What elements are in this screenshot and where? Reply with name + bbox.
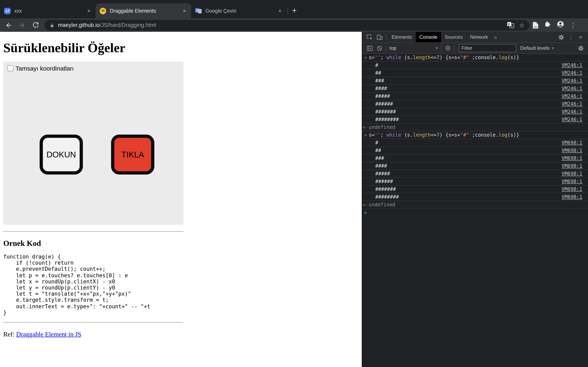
output-text: ##### xyxy=(362,171,390,176)
tab-xxx[interactable]: AP xxx × xyxy=(0,3,95,18)
forward-icon[interactable] xyxy=(17,20,27,30)
source-location-link[interactable]: VM698:1 xyxy=(562,140,582,146)
inspect-element-icon[interactable] xyxy=(365,33,374,41)
source-location-link[interactable]: VM246:1 xyxy=(562,70,582,76)
integer-coordinates-checkbox[interactable] xyxy=(7,65,13,71)
separator xyxy=(454,45,455,51)
extensions-puzzle-icon[interactable] xyxy=(544,21,551,29)
execution-context-dropdown[interactable]: top ▾ xyxy=(389,45,438,51)
result-marker-icon: <· xyxy=(362,125,369,130)
tikla-draggable-box[interactable]: TIKLA xyxy=(111,134,154,175)
ref-label: Ref: xyxy=(3,331,16,338)
web-page: Sürüklenebilir Öğeler Tamsayı koordinatl… xyxy=(0,32,362,367)
translate-page-icon[interactable]: G 文 xyxy=(506,21,515,29)
device-toolbar-icon[interactable] xyxy=(374,33,384,41)
devtools-tab-bar: Elements Console Sources Network » xyxy=(362,32,588,43)
dokun-draggable-box[interactable]: DOKUN xyxy=(40,134,83,175)
tab-close-icon[interactable]: × xyxy=(85,7,92,14)
command-text: s=''; while (s.length<=7) {s=s+"#" ;cons… xyxy=(369,55,519,60)
console-output-row: ########VM698:1 xyxy=(362,193,588,201)
tab-google-ceviri[interactable]: G 文 Google Çeviri × xyxy=(191,3,287,18)
clear-console-icon[interactable] xyxy=(374,44,384,52)
context-value: top xyxy=(389,45,396,51)
source-location-link[interactable]: VM246:1 xyxy=(562,62,582,68)
console-output-row: #VM246:1 xyxy=(362,62,588,69)
bookmark-star-icon[interactable]: ☆ xyxy=(517,21,526,29)
source-location-link[interactable]: VM698:1 xyxy=(562,171,582,176)
token-plain: (s. xyxy=(401,55,413,60)
js-favicon-icon: JS xyxy=(100,8,106,14)
source-location-link[interactable]: VM246:1 xyxy=(562,78,582,83)
divider xyxy=(3,231,183,232)
output-text: ##### xyxy=(362,93,390,99)
chrome-menu-kebab-icon[interactable]: ⋮ xyxy=(570,21,576,29)
devtools-menu-kebab-icon[interactable]: ⋮ xyxy=(566,33,576,41)
profile-avatar-icon[interactable] xyxy=(557,20,564,30)
token-plain: <= xyxy=(431,132,437,138)
reading-list-extension-icon[interactable] xyxy=(533,22,538,28)
output-text: #### xyxy=(362,163,387,169)
output-text: # xyxy=(362,62,378,68)
token-plain: s= xyxy=(369,132,375,138)
token-plain: ; xyxy=(380,55,387,60)
live-expression-eye-icon[interactable] xyxy=(443,44,453,52)
source-location-link[interactable]: VM698:1 xyxy=(562,163,582,169)
console-sidebar-toggle-icon[interactable] xyxy=(365,44,374,52)
reload-icon[interactable] xyxy=(31,20,40,30)
log-levels-dropdown[interactable]: Default levels ▾ xyxy=(520,45,554,51)
output-text: ###### xyxy=(362,179,393,184)
tab-draggable-elements[interactable]: JS Draggable Elements × xyxy=(95,3,191,18)
tab-close-icon[interactable]: × xyxy=(181,7,188,14)
tab-title: xxx xyxy=(14,8,85,14)
source-location-link[interactable]: VM698:1 xyxy=(562,155,582,161)
source-location-link[interactable]: VM246:1 xyxy=(562,93,582,99)
translate-favicon-icon: G 文 xyxy=(195,8,202,14)
browser-toolbar: maeyler.github.io/JS/hard/Dragging.html … xyxy=(0,18,588,32)
token-plain: ) {s=s+ xyxy=(440,132,460,138)
source-location-link[interactable]: VM698:1 xyxy=(562,179,582,184)
console-output-row: ##VM698:1 xyxy=(362,147,588,155)
devtools-tab-sources[interactable]: Sources xyxy=(441,32,466,42)
source-location-link[interactable]: VM698:1 xyxy=(562,194,582,200)
source-location-link[interactable]: VM246:1 xyxy=(562,86,582,91)
token-number: 7 xyxy=(437,132,439,138)
console-output-row: ###VM698:1 xyxy=(362,155,588,162)
devtools-tab-network[interactable]: Network xyxy=(466,32,492,42)
source-location-link[interactable]: VM698:1 xyxy=(562,186,582,192)
output-text: ### xyxy=(362,78,384,83)
console-filter-input[interactable] xyxy=(459,44,516,52)
more-tabs-icon[interactable]: » xyxy=(492,34,499,40)
screen: AP xxx × JS Draggable Elements × G 文 Goo… xyxy=(0,0,588,367)
console-output-row: ########VM246:1 xyxy=(362,116,588,124)
ap-favicon-icon: AP xyxy=(4,8,11,14)
back-icon[interactable] xyxy=(4,20,13,30)
separator xyxy=(386,34,386,40)
new-tab-button[interactable]: + xyxy=(289,5,300,16)
levels-value: Default levels xyxy=(520,45,550,51)
tab-strip: AP xxx × JS Draggable Elements × G 文 Goo… xyxy=(0,0,588,18)
source-location-link[interactable]: VM246:1 xyxy=(562,101,582,107)
devtools-tab-elements[interactable]: Elements xyxy=(388,32,416,42)
devtools-settings-gear-icon[interactable] xyxy=(556,33,566,41)
devtools-tab-console[interactable]: Console xyxy=(416,32,441,42)
console-settings-gear-icon[interactable] xyxy=(576,44,586,52)
chevron-down-icon: ▾ xyxy=(436,46,438,50)
code-heading: Ornek Kod xyxy=(3,239,359,248)
output-text: ###### xyxy=(362,101,393,107)
tab-title: Draggable Elements xyxy=(110,8,181,14)
devtools-close-icon[interactable]: × xyxy=(576,33,586,41)
command-text: s=''; while (s.length<=7) {s=s+"#" ;cons… xyxy=(369,132,519,138)
source-location-link[interactable]: VM246:1 xyxy=(562,117,582,122)
console-output-row: ######VM246:1 xyxy=(362,100,588,108)
source-location-link[interactable]: VM698:1 xyxy=(562,148,582,153)
integer-coordinates-label: Tamsayı koordinatları xyxy=(16,65,74,72)
source-location-link[interactable]: VM246:1 xyxy=(562,109,582,115)
tab-close-icon[interactable]: × xyxy=(277,7,283,14)
output-text: ## xyxy=(362,148,381,153)
url-host: maeyler.github.io xyxy=(58,22,100,28)
console-prompt[interactable]: > xyxy=(362,209,588,217)
console-result-row: <·undefined xyxy=(362,201,588,209)
result-value: undefined xyxy=(369,202,395,208)
url-bar[interactable]: maeyler.github.io/JS/hard/Dragging.html … xyxy=(44,20,530,30)
ref-link[interactable]: Draggable Element in JS xyxy=(16,331,81,338)
